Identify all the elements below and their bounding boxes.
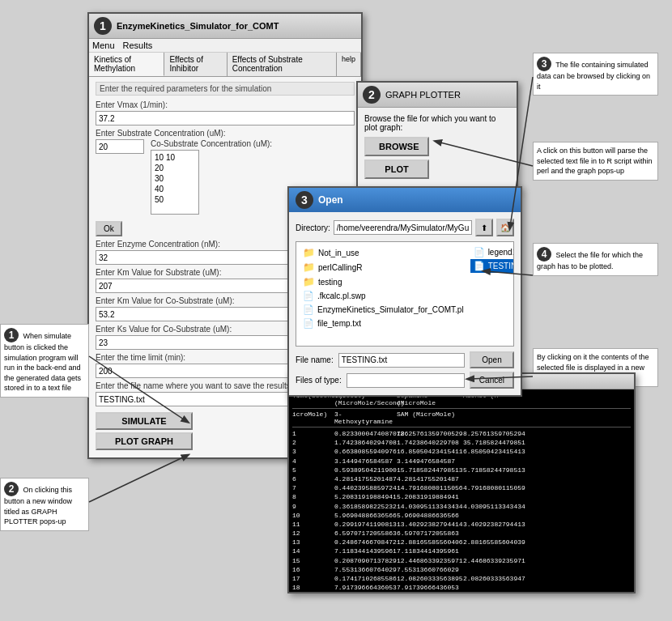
file-item-enzyme[interactable]: 📄 EnzymeKinetics_Simulator_for_COMT.pl (300, 303, 467, 317)
file-item-testing-label: testing (318, 278, 342, 287)
ok-button[interactable]: Ok (96, 221, 122, 236)
open-file-dialog: 3 Open Directory: ⬆ 🏠 📁 Not_in_use 📁 per… (287, 186, 522, 397)
vmax-label: Enter Vmax (1/min): (96, 100, 355, 109)
annotation-1-step: 1 (4, 332, 21, 340)
data-table-area: Time(Seconds) Velocity (MicroMole/Second… (289, 389, 634, 592)
sim-tabs: Kinetics of Methylation Effects of Inhib… (89, 53, 361, 77)
graph-plotter-title: GRAPH PLOTTER (385, 90, 461, 100)
annotation-1: 1 When simulate button is clicked the si… (0, 324, 89, 398)
cosubstrate-item-4[interactable]: 40 (153, 184, 197, 194)
annotation-4a-text: A click on this button will parse the se… (537, 147, 653, 175)
data-row-10: 105.969048866365665.96904886636566 (292, 511, 631, 520)
file-item-enzyme-label: EnzymeKinetics_Simulator_for_COMT.pl (317, 305, 464, 314)
tab-help[interactable]: help (337, 53, 361, 76)
file-icon-enzyme: 📄 (303, 304, 314, 315)
data-row-6: 64.281417552014874.28141755201487 (292, 474, 631, 483)
data-row-16: 167.553136607640297.55313660766029 (292, 565, 631, 574)
filename-label: File name: (296, 355, 334, 364)
step-badge-1: 1 (94, 17, 112, 35)
filetype-row: Files of type: Cancel (296, 372, 514, 389)
data-row-17: 170.1741710268558612.082603335638952.082… (292, 574, 631, 583)
data-row-15: 150.2087090713782912.446863392359712.446… (292, 556, 631, 565)
simulator-title: EnzymeKinetics_Simulator_for_COMT (117, 21, 279, 31)
open-file-list: 📁 Not_in_use 📁 perlCallingR 📁 testing 📄 … (296, 241, 514, 347)
menu-item-menu[interactable]: Menu (92, 40, 115, 50)
data-row-4: 43.14494765845873.1449476584587 (292, 457, 631, 466)
vmax-input[interactable] (96, 111, 355, 125)
step-badge-2: 2 (363, 86, 381, 104)
col-header-sam: SAM (MicroMole) (397, 410, 461, 425)
data-row-9: 90.3618589822523214.030951133434344.0309… (292, 502, 631, 511)
graph-plotter-label: Browse the file for which you want to pl… (364, 114, 510, 132)
data-row-11: 110.2991974119081313.402923827944143.402… (292, 520, 631, 529)
folder-icon-not-in-use: 📁 (303, 247, 315, 258)
file-icon-legend: 📄 (474, 247, 485, 257)
directory-label: Directory: (296, 223, 330, 232)
col-header-micromole: icroMole) (292, 410, 333, 425)
directory-home-button[interactable]: 🏠 (496, 219, 514, 236)
file-item-legend-label: legend1.dat (488, 248, 514, 257)
data-row-1: 10.8233000474087072618.257613597005298.2… (292, 429, 631, 438)
cosubstrate-item-3[interactable]: 30 (153, 173, 197, 184)
file-item-swp[interactable]: 📄 .fkcalc.pl.swp (300, 289, 467, 303)
file-item-legend[interactable]: 📄 legend1.dat (470, 245, 514, 259)
graph-plotter-body: Browse the file for which you want to pl… (358, 108, 517, 189)
step-badge-3: 3 (296, 191, 313, 209)
file-item-not-in-use-label: Not_in_use (318, 249, 359, 257)
open-dir-row: Directory: ⬆ 🏠 (296, 219, 514, 236)
col-header-3meth: 3-Methoxytyramine (334, 410, 395, 425)
section-title: Enter the required parameters for the si… (96, 82, 355, 96)
filetype-input[interactable] (347, 373, 465, 388)
open-dialog-titlebar: 3 Open (289, 188, 521, 212)
cosubstrate-item-2[interactable]: 20 (153, 163, 197, 173)
cancel-button[interactable]: Cancel (470, 372, 514, 389)
cosubstrate-label: Co-Substrate Concentration (uM): (151, 139, 272, 148)
graph-plotter-window: 2 GRAPH PLOTTER Browse the file for whic… (356, 81, 518, 190)
annotation-4b: 4 Select the file for which the graph ha… (533, 243, 658, 276)
folder-icon-testing: 📁 (303, 276, 315, 287)
file-icon-temp: 📄 (303, 318, 314, 329)
filetype-label: Files of type: (296, 376, 342, 385)
file-item-perl-label: perlCallingR (318, 263, 362, 272)
tab-substrate[interactable]: Effects of Substrate Concentration (228, 53, 337, 76)
data-row-7: 70.4402395885972414.791680801150564.7916… (292, 483, 631, 492)
annotation-3-text: The file containing simulated data can b… (537, 61, 650, 91)
data-row-13: 130.2486746670847212.881655855604062.881… (292, 538, 631, 547)
file-icon-swp: 📄 (303, 291, 314, 301)
menu-item-results[interactable]: Results (123, 40, 153, 50)
cosubstrate-listbox[interactable]: 10 10 20 30 40 50 (151, 150, 199, 215)
open-button[interactable]: Open (470, 351, 514, 368)
file-item-testing[interactable]: 📁 testing (300, 274, 467, 289)
data-table-window: 4 File to be plotted Time(Seconds) Veloc… (287, 372, 636, 593)
cosubstrate-item-1[interactable]: 10 10 (153, 152, 197, 163)
svg-line-1 (89, 456, 186, 502)
graph-plotter-titlebar: 2 GRAPH PLOTTER (358, 83, 517, 108)
data-row-8: 85.208319198849415.20831919884941 (292, 492, 631, 501)
file-item-temp[interactable]: 📄 file_temp.txt (300, 317, 467, 330)
file-list-left: 📁 Not_in_use 📁 perlCallingR 📁 testing 📄 … (300, 245, 467, 330)
folder-icon-perl: 📁 (303, 262, 315, 273)
plot-button[interactable]: PLOT (364, 160, 429, 179)
annotation-3: 3 The file containing simulated data can… (533, 53, 658, 96)
simulate-button[interactable]: SIMULATE (96, 412, 193, 430)
file-item-not-in-use[interactable]: 📁 Not_in_use (300, 245, 467, 260)
tab-inhibitor[interactable]: Effects of Inhibitor (164, 53, 227, 76)
substrate-input[interactable] (96, 139, 144, 154)
simulator-titlebar: 1 EnzymeKinetics_Simulator_for_COMT (89, 14, 361, 39)
cosubstrate-item-5[interactable]: 50 (153, 194, 197, 205)
filename-input[interactable] (338, 353, 465, 368)
sim-menubar: Menu Results (89, 39, 361, 53)
data-row-18: 187.917396664360537.91739666436053 (292, 583, 631, 592)
file-item-perl[interactable]: 📁 perlCallingR (300, 260, 467, 274)
open-dialog-title: Open (318, 194, 343, 206)
file-icon-testing-txt: 📄 (474, 261, 485, 271)
data-row-12: 126.597071720558636.59707172055863 (292, 529, 631, 538)
plot-graph-button[interactable]: PLOT GRAPH (96, 432, 193, 450)
annotation-4a: A click on this button will parse the se… (533, 142, 658, 181)
browse-button[interactable]: BROWSE (364, 137, 429, 156)
tab-kinetics[interactable]: Kinetics of Methylation (89, 53, 164, 76)
file-item-testing-txt[interactable]: 📄 TESTING.txt (470, 259, 514, 273)
directory-nav-button[interactable]: ⬆ (475, 219, 493, 236)
file-list-right: 📄 legend1.dat 📄 TESTING.txt (470, 245, 514, 330)
directory-input[interactable] (334, 220, 472, 235)
